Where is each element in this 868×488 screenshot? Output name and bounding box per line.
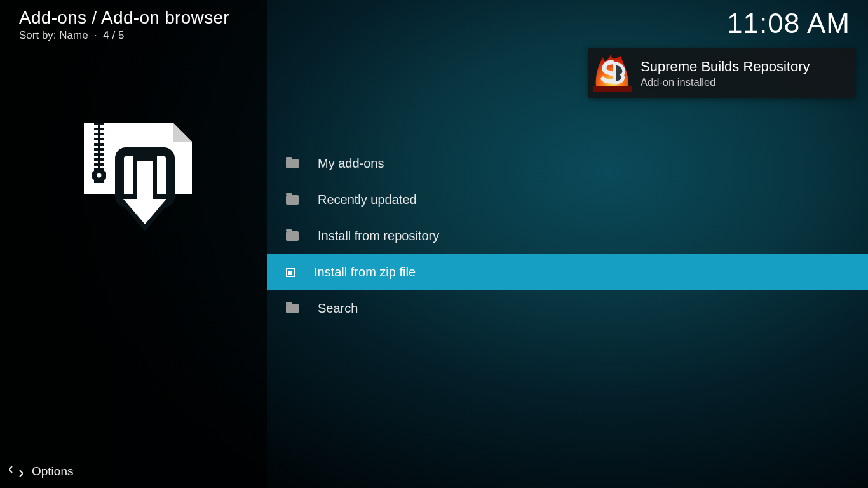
position-label: 4 / 5 [103,29,124,41]
menu-item-label: Search [318,301,358,316]
svg-rect-11 [94,151,98,153]
addon-menu: My add-ons Recently updated Install from… [267,146,868,327]
svg-rect-3 [94,130,98,133]
svg-rect-5 [94,135,98,138]
folder-icon [286,304,299,313]
zip-file-icon [286,268,295,277]
menu-item-recently-updated[interactable]: Recently updated [267,182,868,218]
menu-item-my-addons[interactable]: My add-ons [267,146,868,182]
svg-point-20 [97,173,102,178]
svg-rect-14 [100,156,104,158]
notification-addon-icon [588,49,637,97]
menu-item-install-from-repository[interactable]: Install from repository [267,218,868,254]
svg-rect-17 [94,166,98,168]
svg-rect-12 [100,151,104,153]
menu-item-label: Recently updated [318,193,417,207]
folder-icon [286,231,299,241]
svg-rect-4 [100,130,104,133]
sidebar: Add-ons / Add-on browser Sort by: Name ·… [0,0,267,488]
svg-rect-8 [100,140,104,143]
clock: 11:08 AM [727,8,850,39]
svg-rect-15 [94,161,98,163]
svg-rect-1 [94,125,98,128]
options-icon [9,465,23,478]
page-title: Add-ons / Add-on browser [0,0,267,28]
folder-icon [286,159,299,168]
menu-item-label: My add-ons [318,156,384,171]
menu-item-search[interactable]: Search [267,290,868,327]
svg-rect-2 [100,125,104,128]
sort-label: Sort by: Name [19,29,88,41]
svg-rect-13 [94,156,98,158]
svg-rect-7 [94,140,98,143]
menu-item-label: Install from zip file [314,265,416,280]
options-label: Options [32,464,73,478]
svg-rect-16 [100,161,104,163]
notification-title: Supreme Builds Repository [641,58,810,75]
svg-rect-23 [593,86,632,92]
notification-message: Add-on installed [641,76,810,88]
options-button[interactable]: Options [0,455,73,488]
svg-rect-18 [100,166,104,168]
svg-rect-10 [100,146,104,148]
notification-toast: Supreme Builds Repository Add-on install… [588,48,855,98]
page-subtitle: Sort by: Name · 4 / 5 [0,28,267,42]
addon-browser-icon [78,123,192,240]
folder-icon [286,195,299,205]
menu-item-install-from-zip[interactable]: Install from zip file [267,254,868,290]
svg-rect-9 [94,146,98,148]
menu-item-label: Install from repository [318,229,439,243]
svg-rect-6 [100,135,104,138]
